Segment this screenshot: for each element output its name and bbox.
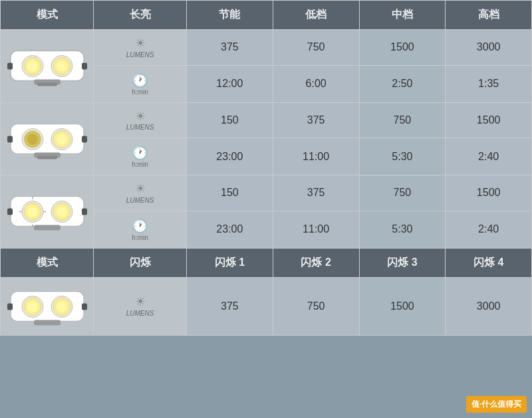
svg-point-40 [27,301,38,312]
lumens-icon-2: ☀ LUMENS [94,102,187,138]
row2-high-time: 2:40 [446,138,532,175]
svg-point-7 [57,61,67,72]
col-header-mid: 中档 [359,1,446,30]
clock-icon-1: 🕐 h:min [94,65,187,102]
headlight-flash [1,277,94,335]
row3-mid-time: 5:30 [359,211,446,248]
row1-eco-lumens: 375 [187,30,273,66]
clock-icon-3: 🕐 h:min [94,211,187,248]
svg-rect-45 [7,303,13,310]
svg-rect-22 [82,136,87,142]
row3-high-time: 2:40 [446,211,532,248]
svg-rect-20 [37,156,57,159]
row2-eco-lumens: 150 [187,102,273,138]
svg-point-29 [57,207,67,217]
headlight-3 [1,175,94,249]
headlight-1 [1,30,94,103]
svg-point-15 [27,134,38,144]
flash-separator-flash1: 闪烁 1 [187,248,273,277]
row2-low-time: 11:00 [273,138,359,175]
row1-eco-time: 12:00 [187,65,273,102]
row1-low-lumens: 750 [273,30,359,66]
row3-eco-time: 23:00 [187,211,273,248]
svg-rect-35 [7,209,13,215]
row3-mid-lumens: 750 [359,175,446,211]
flash-separator-flash4: 闪烁 4 [446,248,532,277]
flash-separator-flash: 闪烁 [94,248,187,277]
svg-rect-46 [82,303,87,310]
flash-lumen-1: 375 [187,277,273,335]
svg-point-43 [57,301,67,312]
svg-rect-10 [7,63,13,70]
row3-low-time: 11:00 [273,211,359,248]
col-header-low: 低档 [273,1,359,30]
row2-eco-time: 23:00 [187,138,273,175]
svg-rect-34 [34,225,61,231]
row2-mid-lumens: 750 [359,102,446,138]
svg-rect-36 [82,209,87,215]
flash-separator-flash2: 闪烁 2 [273,248,359,277]
flash-lumen-3: 1500 [359,277,446,335]
col-header-eco: 节能 [187,1,273,30]
svg-rect-37 [11,291,84,321]
row3-high-lumens: 1500 [446,175,532,211]
lumens-icon-flash: ☀ LUMENS [94,277,187,335]
svg-rect-1 [11,51,84,81]
row3-low-lumens: 375 [273,175,359,211]
clock-icon-2: 🕐 h:min [94,138,187,175]
svg-rect-21 [7,136,13,142]
svg-rect-11 [82,63,87,70]
svg-rect-12 [11,124,84,154]
row1-mid-time: 2:50 [359,65,446,102]
svg-rect-44 [34,320,61,325]
row1-low-time: 6:00 [273,65,359,102]
svg-point-18 [57,134,67,144]
row1-high-time: 1:35 [446,65,532,102]
lumens-icon-3: ☀ LUMENS [94,175,187,211]
svg-point-26 [27,207,38,217]
row2-high-lumens: 1500 [446,102,532,138]
svg-rect-9 [37,83,57,86]
svg-point-4 [27,61,38,72]
row1-mid-lumens: 1500 [359,30,446,66]
flash-lumen-2: 750 [273,277,359,335]
headlight-2 [1,102,94,175]
row1-high-lumens: 3000 [446,30,532,66]
lumens-icon-1: ☀ LUMENS [94,30,187,66]
col-header-mode: 模式 [1,1,94,30]
flash-separator-mode: 模式 [1,248,94,277]
watermark-badge: 值·什么值得买 [466,396,527,413]
row2-mid-time: 5:30 [359,138,446,175]
row2-low-lumens: 375 [273,102,359,138]
col-header-constant: 长亮 [94,1,187,30]
flash-separator-flash3: 闪烁 3 [359,248,446,277]
flash-lumen-4: 3000 [446,277,532,335]
col-header-high: 高档 [446,1,532,30]
row3-eco-lumens: 150 [187,175,273,211]
